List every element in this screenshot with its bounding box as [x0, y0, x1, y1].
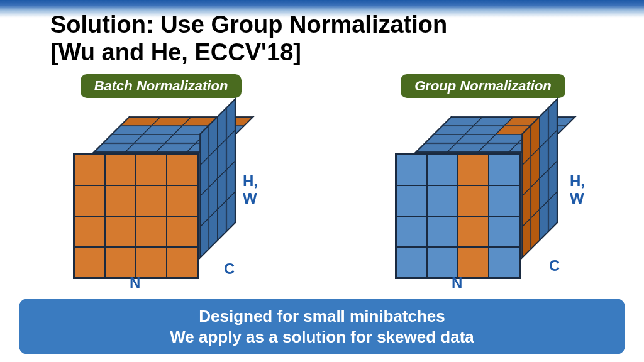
cube-batch-norm: H, W C N [48, 103, 274, 292]
cube-front-face [395, 153, 521, 279]
panel-batch-norm: Batch Normalization [23, 74, 299, 292]
axis-hw-left: H, W [243, 172, 274, 207]
axis-n-left: N [130, 274, 140, 292]
axis-c-right: C [549, 257, 560, 275]
footer-callout: Designed for small minibatches We apply … [19, 299, 625, 354]
slide-title: Solution: Use Group Normalization [Wu an… [50, 11, 447, 66]
title-line2: [Wu and He, ECCV'18] [50, 39, 447, 67]
axis-c-left: C [224, 260, 235, 278]
title-line1: Solution: Use Group Normalization [50, 11, 447, 39]
cube-group-norm: H, W C N [370, 103, 596, 292]
badge-batch-norm: Batch Normalization [80, 74, 242, 98]
axis-n-right: N [452, 274, 462, 292]
footer-line2: We apply as a solution for skewed data [31, 327, 613, 348]
badge-group-norm: Group Normalization [401, 74, 565, 98]
axis-hw-right: H, W [570, 172, 596, 207]
footer-line1: Designed for small minibatches [31, 306, 613, 327]
diagram-row: Batch Normalization [0, 74, 644, 300]
cube-front-face [73, 153, 199, 279]
panel-group-norm: Group Normalization [345, 74, 621, 292]
